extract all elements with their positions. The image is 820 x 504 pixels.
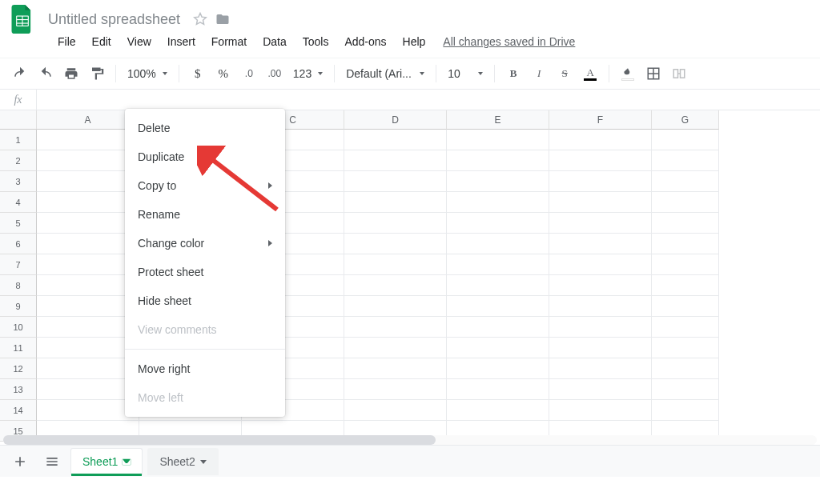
cell[interactable] xyxy=(344,317,447,338)
cell[interactable] xyxy=(652,296,719,317)
format-currency-button[interactable]: $ xyxy=(186,62,210,86)
cell[interactable] xyxy=(37,317,139,338)
cell[interactable] xyxy=(37,213,139,234)
menu-addons[interactable]: Add-ons xyxy=(336,32,394,51)
cell[interactable] xyxy=(549,192,652,213)
cell[interactable] xyxy=(549,379,652,400)
sheets-logo[interactable] xyxy=(6,3,38,35)
cell[interactable] xyxy=(447,192,549,213)
row-header[interactable]: 4 xyxy=(0,192,37,213)
save-status[interactable]: All changes saved in Drive xyxy=(443,35,575,48)
sheet-tab-2[interactable]: Sheet2 xyxy=(147,448,218,475)
row-header[interactable]: 3 xyxy=(0,171,37,192)
cell[interactable] xyxy=(344,130,447,150)
more-formats-button[interactable]: 123 xyxy=(288,62,328,86)
cell[interactable] xyxy=(344,338,447,358)
cell[interactable] xyxy=(652,338,719,358)
cell[interactable] xyxy=(652,379,719,400)
cell[interactable] xyxy=(549,130,652,150)
cell[interactable] xyxy=(447,254,549,275)
merge-cells-button[interactable] xyxy=(667,62,691,86)
cell[interactable] xyxy=(447,317,549,338)
cell[interactable] xyxy=(344,275,447,296)
add-sheet-button[interactable] xyxy=(6,448,34,475)
cell[interactable] xyxy=(447,400,549,421)
cell[interactable] xyxy=(344,150,447,171)
context-menu-change-color[interactable]: Change color xyxy=(125,229,285,258)
zoom-select[interactable]: 100% xyxy=(123,62,172,86)
cell[interactable] xyxy=(447,234,549,254)
cell[interactable] xyxy=(652,192,719,213)
cell[interactable] xyxy=(344,379,447,400)
cell[interactable] xyxy=(549,338,652,358)
row-header[interactable]: 6 xyxy=(0,234,37,254)
context-menu-delete[interactable]: Delete xyxy=(125,114,285,142)
row-header[interactable]: 10 xyxy=(0,317,37,338)
cell[interactable] xyxy=(37,379,139,400)
cell[interactable] xyxy=(549,150,652,171)
cell[interactable] xyxy=(549,400,652,421)
cell[interactable] xyxy=(549,317,652,338)
cell[interactable] xyxy=(344,296,447,317)
menu-view[interactable]: View xyxy=(119,32,159,51)
fx-icon[interactable]: fx xyxy=(0,90,37,110)
cell[interactable] xyxy=(447,358,549,379)
cell[interactable] xyxy=(549,358,652,379)
fill-color-button[interactable] xyxy=(616,62,640,86)
row-header[interactable]: 11 xyxy=(0,338,37,358)
cell[interactable] xyxy=(652,275,719,296)
cell[interactable] xyxy=(652,150,719,171)
cell[interactable] xyxy=(652,213,719,234)
row-header[interactable]: 8 xyxy=(0,275,37,296)
font-select[interactable]: Default (Ari... xyxy=(341,62,429,86)
cell[interactable] xyxy=(344,358,447,379)
sheet-tab-1[interactable]: Sheet1 xyxy=(70,448,143,475)
cell[interactable] xyxy=(652,254,719,275)
print-button[interactable] xyxy=(59,62,83,86)
undo-button[interactable] xyxy=(8,62,32,86)
cell[interactable] xyxy=(549,254,652,275)
cell[interactable] xyxy=(37,254,139,275)
cell[interactable] xyxy=(549,296,652,317)
italic-button[interactable]: I xyxy=(527,62,551,86)
cell[interactable] xyxy=(652,317,719,338)
cell[interactable] xyxy=(447,296,549,317)
cell[interactable] xyxy=(37,275,139,296)
all-sheets-button[interactable] xyxy=(38,448,66,475)
horizontal-scrollbar[interactable] xyxy=(3,435,817,445)
row-header[interactable]: 12 xyxy=(0,358,37,379)
cell[interactable] xyxy=(37,150,139,171)
star-icon[interactable] xyxy=(193,12,207,26)
increase-decimal-button[interactable]: .00 xyxy=(263,62,287,86)
context-menu-move-right[interactable]: Move right xyxy=(125,354,285,383)
col-header-a[interactable]: A xyxy=(37,110,139,130)
cell[interactable] xyxy=(549,234,652,254)
cell[interactable] xyxy=(549,275,652,296)
row-header[interactable]: 14 xyxy=(0,400,37,421)
cell[interactable] xyxy=(447,213,549,234)
cell[interactable] xyxy=(37,338,139,358)
cell[interactable] xyxy=(652,400,719,421)
format-percent-button[interactable]: % xyxy=(211,62,235,86)
row-header[interactable]: 1 xyxy=(0,130,37,150)
col-header-f[interactable]: F xyxy=(549,110,652,130)
row-header[interactable]: 13 xyxy=(0,379,37,400)
cell[interactable] xyxy=(652,358,719,379)
doc-title[interactable]: Untitled spreadsheet xyxy=(43,10,185,30)
cell[interactable] xyxy=(37,296,139,317)
context-menu-protect-sheet[interactable]: Protect sheet xyxy=(125,258,285,286)
redo-button[interactable] xyxy=(34,62,58,86)
row-header[interactable]: 5 xyxy=(0,213,37,234)
cell[interactable] xyxy=(549,171,652,192)
menu-tools[interactable]: Tools xyxy=(295,32,337,51)
col-header-e[interactable]: E xyxy=(447,110,549,130)
strikethrough-button[interactable]: S xyxy=(553,62,577,86)
font-size-select[interactable]: 10 xyxy=(443,62,488,86)
cell[interactable] xyxy=(447,150,549,171)
cell[interactable] xyxy=(37,400,139,421)
cell[interactable] xyxy=(344,400,447,421)
bold-button[interactable]: B xyxy=(501,62,525,86)
text-color-button[interactable]: A xyxy=(578,62,602,86)
cell[interactable] xyxy=(549,213,652,234)
cell[interactable] xyxy=(344,171,447,192)
